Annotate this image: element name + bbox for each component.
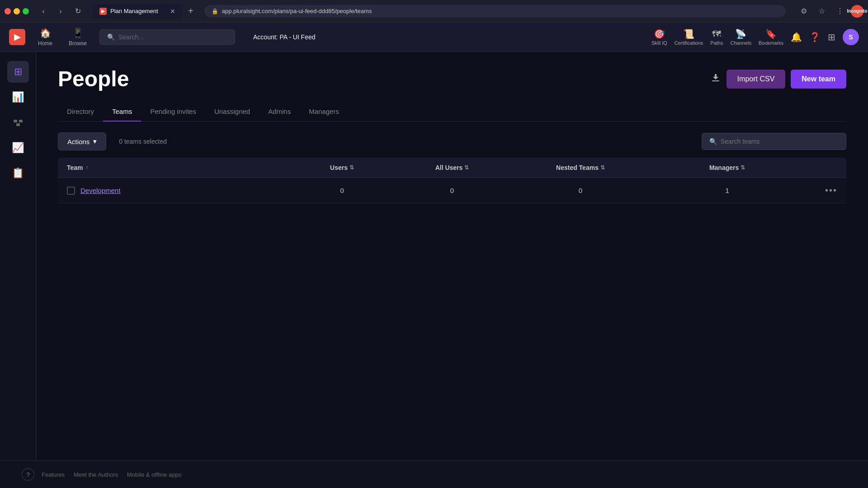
tab-directory[interactable]: Directory (58, 102, 103, 122)
footer-sep-2: · (122, 471, 123, 478)
search-icon: 🔍 (107, 33, 115, 41)
sidebar-item-content[interactable]: 📋 (7, 162, 29, 184)
browser-actions: ⚙ ☆ ⋮ Incognito (797, 4, 863, 19)
search-teams-input[interactable] (721, 138, 839, 145)
global-search[interactable]: 🔍 Search... (99, 29, 235, 45)
forward-button[interactable]: › (53, 4, 68, 19)
reload-button[interactable]: ↻ (71, 4, 85, 19)
notification-button[interactable]: 🔔 (791, 32, 802, 42)
certifications-label: Certifications (675, 40, 703, 46)
download-button[interactable] (710, 72, 721, 86)
svg-rect-3 (712, 80, 719, 81)
url-text: app.pluralsight.com/plans/pa-ui-feed-ddd… (222, 8, 372, 14)
all-users-sort-icon: ⇅ (464, 164, 469, 171)
col-managers[interactable]: Managers ⇅ (654, 164, 801, 171)
apps-button[interactable]: ⊞ (828, 32, 835, 42)
close-button[interactable] (5, 8, 11, 14)
team-name-link[interactable]: Development (80, 187, 120, 194)
tab-unassigned[interactable]: Unassigned (205, 102, 259, 122)
maximize-button[interactable] (23, 8, 29, 14)
user-avatar[interactable]: S (843, 29, 859, 45)
team-sort-icon: ↑ (86, 164, 89, 171)
extensions-button[interactable]: ⚙ (797, 4, 811, 19)
row-users: 0 (287, 187, 397, 194)
skill-iq-icon: 🎯 (654, 28, 665, 39)
minimize-button[interactable] (14, 8, 20, 14)
footer-sep-1: · (68, 471, 70, 478)
search-teams-field[interactable]: 🔍 (702, 133, 846, 150)
footer-mobile-link[interactable]: Mobile & offline apps (127, 471, 181, 478)
tab-teams[interactable]: Teams (103, 102, 141, 122)
bookmark-button[interactable]: ☆ (815, 4, 829, 19)
new-tab-button[interactable]: + (184, 4, 197, 18)
sidebar-item-reports[interactable]: 📈 (7, 137, 29, 159)
active-tab[interactable]: ▶ Plan Management ✕ (92, 4, 183, 19)
account-prefix: Account: (253, 33, 278, 41)
browser-menu-button[interactable]: ⋮ (833, 4, 847, 19)
certifications-nav[interactable]: 📜 Certifications (675, 28, 703, 46)
footer-meet-authors-link[interactable]: Meet the Authors (74, 471, 118, 478)
channels-nav[interactable]: 📡 Channels (730, 28, 751, 46)
home-icon: 🏠 (40, 28, 51, 38)
account-info: Account: PA - UI Feed (253, 33, 315, 41)
col-all-users[interactable]: All Users ⇅ (397, 164, 507, 171)
tab-admins[interactable]: Admins (259, 102, 300, 122)
team-col-label: Team (67, 164, 83, 171)
svg-rect-0 (14, 120, 17, 122)
bookmarks-label: Bookmarks (759, 40, 783, 46)
row-checkbox[interactable] (67, 187, 75, 195)
tab-managers[interactable]: Managers (300, 102, 348, 122)
incognito-badge[interactable]: Incognito (851, 5, 863, 18)
lock-icon: 🔒 (212, 8, 218, 14)
toolbar: Actions ▾ 0 teams selected 🔍 (58, 132, 846, 150)
footer-features-link[interactable]: Features (42, 471, 65, 478)
nav-controls: ‹ › ↻ (36, 4, 85, 19)
skill-iq-nav[interactable]: 🎯 Skill IQ (651, 28, 667, 46)
help-button[interactable]: ❓ (809, 32, 821, 42)
page-footer: ? Features · Meet the Authors · Mobile &… (0, 460, 868, 488)
account-name: PA - UI Feed (279, 33, 315, 41)
sidebar-item-analytics[interactable]: 📊 (7, 86, 29, 108)
help-circle-icon[interactable]: ? (22, 468, 34, 481)
bookmarks-icon: 🔖 (765, 28, 777, 39)
row-more-button[interactable]: ••• (825, 185, 837, 196)
users-value: 0 (340, 187, 344, 194)
new-team-button[interactable]: New team (791, 70, 846, 89)
app-header: ▶ 🏠 Home 📱 Browse 🔍 Search... Account: P… (0, 23, 868, 52)
tab-favicon: ▶ (99, 8, 107, 15)
bookmarks-nav[interactable]: 🔖 Bookmarks (759, 28, 783, 46)
paths-nav[interactable]: 🗺 Paths (710, 29, 723, 46)
tab-close-icon[interactable]: ✕ (170, 8, 175, 15)
nested-teams-col-label: Nested Teams (556, 164, 599, 171)
nav-home[interactable]: 🏠 Home (34, 26, 56, 48)
actions-chevron-icon: ▾ (93, 137, 97, 145)
all-users-col-label: All Users (435, 164, 463, 171)
paths-icon: 🗺 (712, 29, 721, 39)
address-bar[interactable]: 🔒 app.pluralsight.com/plans/pa-ui-feed-d… (204, 5, 786, 17)
sidebar-item-dashboard[interactable]: ⊞ (7, 61, 29, 83)
sidebar: ⊞ 📊 📈 📋 (0, 52, 36, 488)
search-placeholder: Search... (118, 33, 144, 41)
main-layout: ⊞ 📊 📈 📋 People Import CSV (0, 52, 868, 488)
managers-sort-icon: ⇅ (741, 164, 745, 171)
row-managers: 1 (654, 187, 801, 194)
sidebar-item-teams[interactable] (7, 112, 29, 133)
actions-button[interactable]: Actions ▾ (58, 132, 106, 150)
nav-browse[interactable]: 📱 Browse (65, 26, 90, 48)
pluralsight-logo[interactable]: ▶ (9, 29, 25, 45)
col-team[interactable]: Team ↑ (67, 164, 287, 171)
col-nested-teams[interactable]: Nested Teams ⇅ (507, 164, 654, 171)
page-header: People Import CSV New team (58, 66, 846, 91)
paths-label: Paths (710, 40, 723, 46)
tab-pending-invites[interactable]: Pending invites (141, 102, 205, 122)
import-csv-button[interactable]: Import CSV (726, 70, 786, 89)
incognito-label: Incognito (847, 9, 868, 14)
table-header: Team ↑ Users ⇅ All Users ⇅ Nested Teams … (58, 158, 846, 178)
col-users[interactable]: Users ⇅ (287, 164, 397, 171)
back-button[interactable]: ‹ (36, 4, 51, 19)
browse-label: Browse (69, 40, 87, 47)
main-content: People Import CSV New team Directory Tea… (36, 52, 868, 488)
svg-rect-1 (19, 120, 23, 122)
window-controls (5, 8, 29, 14)
header-actions: Import CSV New team (710, 70, 846, 89)
